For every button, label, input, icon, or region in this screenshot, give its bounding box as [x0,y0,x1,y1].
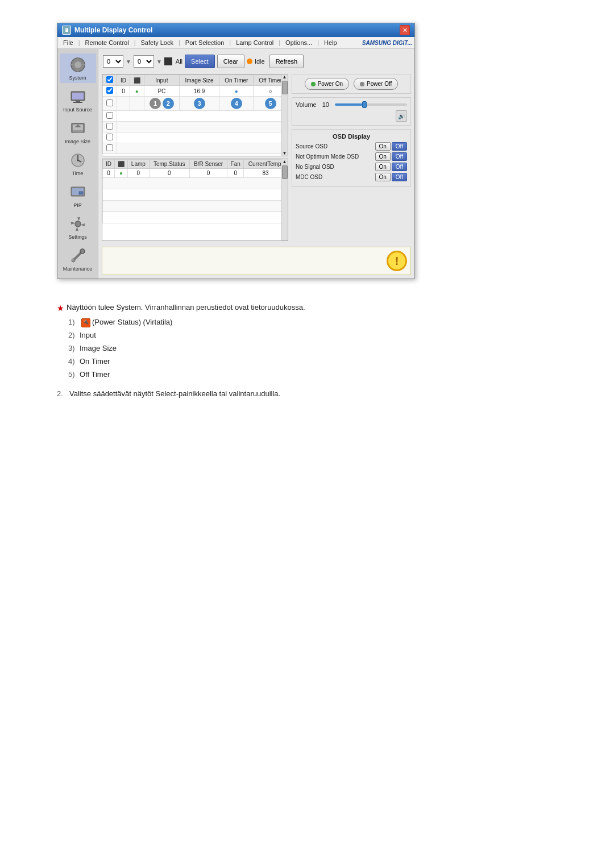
table-row [103,212,288,223]
id-select-1[interactable]: 0 [103,55,123,68]
power-off-button[interactable]: Power Off [354,78,398,90]
osd-nosignal-btn-group: On Off [375,163,408,171]
osd-notoptimum-on-btn[interactable]: On [375,152,391,161]
osd-source-btn-group: On Off [375,142,408,151]
svg-point-19 [72,259,75,262]
osd-notoptimum-off-btn[interactable]: Off [392,152,407,161]
note-text-2: Input [80,330,96,342]
osd-notoptimum-row: Not Optimum Mode OSD On Off [296,152,407,161]
menu-remote-control[interactable]: Remote Control [82,38,132,47]
maintenance-icon [69,247,87,265]
sidebar-item-time[interactable]: Time [60,149,96,178]
all-label: All [176,58,182,65]
osd-source-row: Source OSD On Off [296,142,407,151]
sidebar-item-settings[interactable]: Settings [60,213,96,242]
row-checkbox[interactable] [106,87,113,94]
pip-icon [69,183,87,201]
clear-button[interactable]: Clear [217,55,244,68]
main-panel: 0 ▼ 0 ▼ All Select Clear Idle Refresh [98,49,414,279]
osd-mdc-label: MDC OSD [296,174,375,180]
svg-rect-3 [72,93,84,99]
warning-area: ! [102,247,411,275]
note-num-5: 5) [68,369,80,381]
osd-mdc-on-btn[interactable]: On [375,173,391,181]
row-checkbox[interactable] [106,99,113,106]
scroll-up-arrow[interactable]: ▲ [281,74,288,80]
osd-source-on-btn[interactable]: On [375,142,391,151]
time-icon [69,151,87,169]
note-2-text: Valitse säädettävät näytöt Select-painik… [69,388,280,400]
menu-options[interactable]: Options... [282,38,316,47]
svg-rect-9 [73,130,83,132]
row-checkbox[interactable] [106,144,113,151]
sidebar: System Input Source [57,49,98,279]
volume-value: 10 [322,101,329,108]
toolbar: 0 ▼ 0 ▼ All Select Clear Idle Refresh [102,52,411,70]
bottom-table-scrollbar[interactable]: ▲ [281,159,288,240]
power-on-label: Power On [318,81,343,87]
osd-mdc-row: MDC OSD On Off [296,173,407,181]
sidebar-item-pip[interactable]: PIP [60,181,96,210]
svg-rect-16 [79,192,83,194]
title-bar-left: 🖥 Multiple Display Control [62,26,152,35]
row-checkbox[interactable] [106,123,113,130]
table-row [103,132,288,143]
col-fan: Fan [227,160,244,169]
sidebar-system-label: System [69,75,86,81]
bottom-scroll-up-arrow[interactable]: ▲ [281,159,288,164]
sidebar-pip-label: PIP [73,202,82,208]
row-checkbox[interactable] [106,134,113,140]
col-id: ID [117,75,130,86]
sidebar-item-maintenance[interactable]: Maintenance [60,244,96,274]
osd-mdc-off-btn[interactable]: Off [392,173,407,181]
select-all-checkbox[interactable] [106,76,113,83]
osd-nosignal-on-btn[interactable]: On [375,163,391,171]
note-num-3: 3) [68,343,80,355]
power-on-button[interactable]: Power On [305,78,349,90]
row-checkbox[interactable] [106,112,113,119]
settings-icon [69,215,87,233]
svg-point-13 [77,160,78,161]
table-row: 1 2 3 4 [103,97,288,111]
note-item-4: 4) On Timer [68,356,557,368]
input-source-icon [69,88,87,106]
col-id-b: ID [103,160,115,169]
scroll-down-arrow[interactable]: ▼ [281,151,288,156]
scroll-thumb[interactable] [282,81,288,94]
table-row [103,143,288,154]
bottom-table: ID ⬛ Lamp Temp.Status B/R Senser Fan Cur… [102,159,288,223]
menu-file[interactable]: File [60,38,77,47]
osd-nosignal-off-btn[interactable]: Off [392,163,407,171]
system-icon [69,56,87,74]
numbered-cell-1: 1 [150,98,161,109]
sidebar-settings-label: Settings [68,234,87,240]
volume-slider-handle[interactable] [362,101,367,108]
col-status: ⬛ [130,75,144,86]
sidebar-item-input-source[interactable]: Input Source [60,85,96,115]
numbered-cell-3: 3 [194,98,205,109]
note-2-num: 2. [57,388,67,400]
table-row [103,201,288,212]
close-button[interactable]: ✕ [400,25,410,35]
menu-safety-lock[interactable]: Safety Lock [138,38,177,47]
sidebar-time-label: Time [72,171,84,176]
table-scrollbar[interactable]: ▲ ▼ [281,74,288,156]
osd-source-off-btn[interactable]: Off [392,142,407,151]
menu-help[interactable]: Help [321,38,341,47]
osd-notoptimum-btn-group: On Off [375,152,408,161]
volume-slider[interactable] [335,103,407,106]
select-button[interactable]: Select [185,55,215,68]
table-row [103,111,288,122]
col-status-b: ⬛ [114,160,127,169]
sidebar-item-image-size[interactable]: Image Size [60,117,96,147]
menu-port-selection[interactable]: Port Selection [182,38,227,47]
sidebar-item-system[interactable]: System [60,53,96,83]
bottom-scroll-thumb[interactable] [282,165,288,179]
note-item-5: 5) Off Timer [68,369,557,381]
id-select-2[interactable]: 0 [134,55,154,68]
refresh-button[interactable]: Refresh [269,55,304,68]
menu-bar: File | Remote Control | Safety Lock | Po… [57,37,414,49]
content-area: System Input Source [57,49,414,279]
volume-section: Volume 10 🔊 [292,97,411,126]
menu-lamp-control[interactable]: Lamp Control [233,38,277,47]
